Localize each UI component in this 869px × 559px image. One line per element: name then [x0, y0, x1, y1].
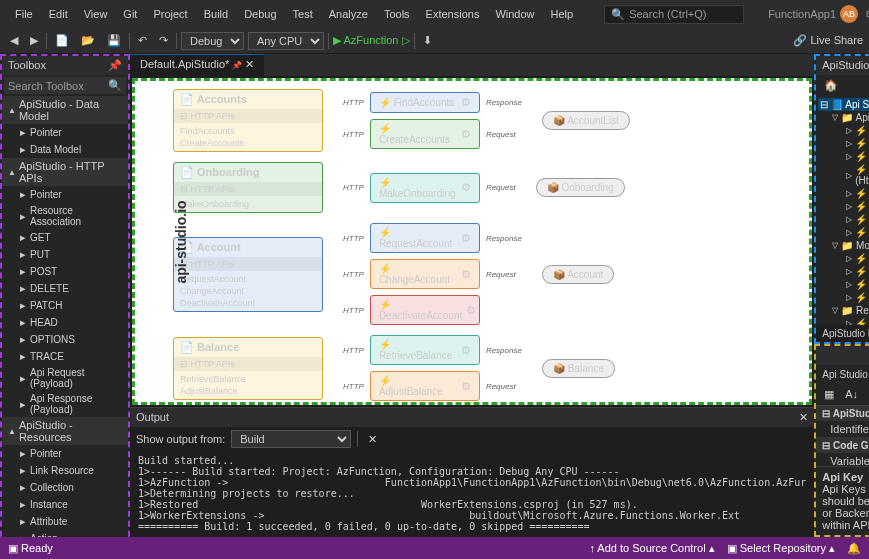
toolbox-item[interactable]: ▸Instance	[2, 496, 128, 513]
resource-node[interactable]: 📦 AccountList	[542, 111, 630, 130]
run-no-debug-button[interactable]: ▷	[402, 34, 410, 47]
pin-icon[interactable]: 📌	[232, 61, 242, 70]
toolbox-group[interactable]: ▲ApiStudio - Resources	[2, 417, 128, 445]
search-input[interactable]: 🔍Search (Ctrl+Q)	[604, 5, 744, 24]
tree-item[interactable]: ▷ ⚡ CreateAccounts (Http::POST)	[818, 150, 869, 163]
action-node[interactable]: ⚡ RetrieveBalance ⚙	[370, 335, 480, 365]
toolbox-item[interactable]: ▸Action	[2, 530, 128, 537]
tree-folder[interactable]: ▽ 📁 Resourced	[818, 304, 869, 317]
toolbox-group[interactable]: ▲ApiStudio - Data Model	[2, 96, 128, 124]
menu-tools[interactable]: Tools	[377, 4, 417, 24]
output-source-select[interactable]: Build	[231, 430, 351, 448]
alphabetize-icon[interactable]: A↓	[841, 386, 862, 403]
toolbox-item[interactable]: ▸Api Request (Payload)	[2, 365, 128, 391]
api-group[interactable]: 📄 Onboarding⊟ HTTP APIsMakeOnboarding	[173, 162, 323, 213]
prop-category[interactable]: ⊟ Code Generation	[816, 438, 869, 453]
toolbox-search[interactable]: Search Toolbox🔍	[4, 77, 126, 94]
menu-help[interactable]: Help	[544, 4, 581, 24]
action-node[interactable]: ⚡ DeactivateAccount ⚙	[370, 295, 480, 325]
menu-window[interactable]: Window	[488, 4, 541, 24]
toolbox-item[interactable]: ▸Pointer	[2, 186, 128, 203]
toolbox-item[interactable]: ▸DELETE	[2, 280, 128, 297]
menu-project[interactable]: Project	[146, 4, 194, 24]
notifications-icon[interactable]: 🔔	[847, 542, 861, 555]
api-group[interactable]: 📄 Accounts⊟ HTTP APIsFindAccountsCreateA…	[173, 89, 323, 152]
categorize-icon[interactable]: ▦	[820, 386, 838, 403]
action-node[interactable]: ⚡ ChangeAccount ⚙	[370, 259, 480, 289]
toolbox-item[interactable]: ▸HEAD	[2, 314, 128, 331]
toolbox-item[interactable]: ▸Api Response (Payload)	[2, 391, 128, 417]
tree-folder[interactable]: ▽ 📁 Apis	[818, 111, 869, 124]
resource-node[interactable]: 📦 Onboarding	[536, 178, 625, 197]
api-group[interactable]: 📄 Account⊟ HTTP APIsRequestAccountChange…	[173, 237, 323, 312]
toolbox-item[interactable]: ▸TRACE	[2, 348, 128, 365]
toolbox-item[interactable]: ▸GET	[2, 229, 128, 246]
avatar[interactable]: AB	[840, 5, 858, 23]
action-node[interactable]: ⚡ CreateAccounts ⚙	[370, 119, 480, 149]
explorer-tab[interactable]: ApiStudio Explorer	[816, 325, 869, 342]
toolbox-item[interactable]: ▸Resource Association	[2, 203, 128, 229]
api-group[interactable]: 📄 Balance⊟ HTTP APIsRetrieveBalanceAdjus…	[173, 337, 323, 400]
tree-item[interactable]: ▷ ⚡ Account (Data Model)	[818, 252, 869, 265]
toolbox-item[interactable]: ▸Pointer	[2, 124, 128, 141]
menu-test[interactable]: Test	[286, 4, 320, 24]
tree-item[interactable]: ▷ ⚡ RequestAccount (Http::GET)	[818, 213, 869, 226]
tree-folder[interactable]: ▽ 📁 Models	[818, 239, 869, 252]
tree-item[interactable]: ▷ ⚡ ChangeAccount (Http::PUT)	[818, 137, 869, 150]
toolbox-item[interactable]: ▸OPTIONS	[2, 331, 128, 348]
menu-build[interactable]: Build	[197, 4, 235, 24]
toolbox-item[interactable]: ▸Collection	[2, 479, 128, 496]
menu-analyze[interactable]: Analyze	[322, 4, 375, 24]
toolbox-item[interactable]: ▸Link Resource	[2, 462, 128, 479]
open-button[interactable]: 📂	[77, 32, 99, 49]
tree-item[interactable]: ▷ ⚡ RetrieveBalance (Http::GET)	[818, 226, 869, 239]
resource-node[interactable]: 📦 Balance	[542, 359, 615, 378]
toolbox-item[interactable]: ▸Data Model	[2, 141, 128, 158]
action-node[interactable]: ⚡ MakeOnboarding ⚙	[370, 173, 480, 203]
tree-item[interactable]: ▷ ⚡ Onboarding (Data Model)	[818, 291, 869, 304]
tree-item[interactable]: ▷ ⚡ Account (Document)	[818, 317, 869, 325]
select-repo-button[interactable]: ▣ Select Repository ▴	[727, 542, 835, 555]
home-icon[interactable]: 🏠	[820, 77, 842, 94]
action-node[interactable]: ⚡ RequestAccount ⚙	[370, 223, 480, 253]
new-button[interactable]: 📄	[51, 32, 73, 49]
toolbox-item[interactable]: ▸Attribute	[2, 513, 128, 530]
tree-root[interactable]: ⊟ 📘 Api Studio	[818, 98, 869, 111]
close-icon[interactable]: ✕	[245, 58, 254, 70]
document-tab[interactable]: Default.ApiStudio* 📌 ✕	[130, 54, 264, 76]
action-node[interactable]: ⚡ FindAccounts ⚙	[370, 92, 480, 113]
menu-edit[interactable]: Edit	[42, 4, 75, 24]
toolbox-item[interactable]: ▸PUT	[2, 246, 128, 263]
undo-button[interactable]: ↶	[134, 32, 151, 49]
prop-category[interactable]: ⊟ ApiStudio Metadata	[816, 406, 869, 421]
tree-item[interactable]: ▷ ⚡ AccountList (Data Model)	[818, 265, 869, 278]
tree-item[interactable]: ▷ ⚡ Balance (Data Model)	[818, 278, 869, 291]
config-select[interactable]: Debug	[181, 32, 244, 50]
tree-item[interactable]: ▷ ⚡ AdjustBalance (Http::PUT)	[818, 124, 869, 137]
toolbox-item[interactable]: ▸POST	[2, 263, 128, 280]
tree-item[interactable]: ▷ ⚡ DeactivateAccount (Http::DELETE)	[818, 163, 869, 187]
toolbox-group[interactable]: ▲ApiStudio - HTTP APIs	[2, 158, 128, 186]
redo-button[interactable]: ↷	[155, 32, 172, 49]
close-icon[interactable]: ✕	[799, 411, 808, 424]
pin-icon[interactable]: 📌	[108, 59, 122, 72]
platform-select[interactable]: Any CPU	[248, 32, 324, 50]
step-button[interactable]: ⬇	[419, 32, 436, 49]
resource-node[interactable]: 📦 Account	[542, 265, 614, 284]
menu-view[interactable]: View	[77, 4, 115, 24]
menu-file[interactable]: File	[8, 4, 40, 24]
nav-fwd-button[interactable]: ▶	[26, 32, 42, 49]
clear-output-button[interactable]: ✕	[364, 431, 381, 448]
tree-item[interactable]: ▷ ⚡ MakeOnboarding (Http::POST)	[818, 200, 869, 213]
action-node[interactable]: ⚡ AdjustBalance ⚙	[370, 371, 480, 401]
tree-item[interactable]: ▷ ⚡ FindAccounts (Http::GET)	[818, 187, 869, 200]
live-share-button[interactable]: 🔗 Live Share	[793, 34, 863, 47]
menu-debug[interactable]: Debug	[237, 4, 283, 24]
toolbox-item[interactable]: ▸PATCH	[2, 297, 128, 314]
run-button[interactable]: ▶ AzFunction	[333, 34, 398, 47]
menu-git[interactable]: Git	[116, 4, 144, 24]
menu-extensions[interactable]: Extensions	[419, 4, 487, 24]
save-button[interactable]: 💾	[103, 32, 125, 49]
toolbox-item[interactable]: ▸Pointer	[2, 445, 128, 462]
nav-back-button[interactable]: ◀	[6, 32, 22, 49]
